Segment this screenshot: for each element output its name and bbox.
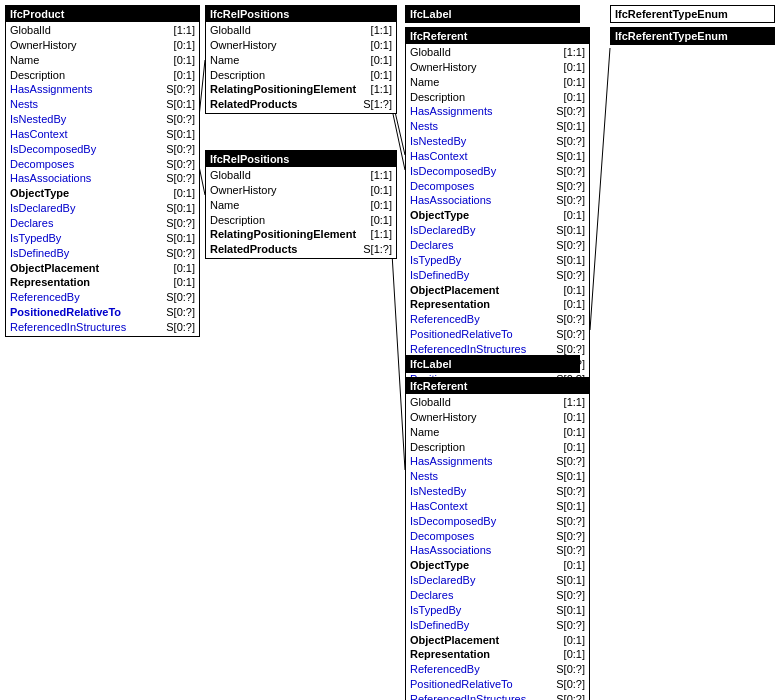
- row-referencedinstructures: ReferencedInStructuresS[0:?]: [10, 320, 195, 335]
- ifcrelpositions1-header: IfcRelPositions: [206, 6, 396, 22]
- row-ownerhistory: OwnerHistory[0:1]: [10, 38, 195, 53]
- svg-line-5: [590, 48, 610, 330]
- row-hasassociations: HasAssociationsS[0:?]: [10, 171, 195, 186]
- ifcreferent1-header: IfcReferent: [406, 28, 589, 44]
- row-objectplacement: ObjectPlacement[0:1]: [10, 261, 195, 276]
- row-representation: Representation[0:1]: [10, 275, 195, 290]
- row-globalid: GlobalId[1:1]: [10, 23, 195, 38]
- row-name: Name[0:1]: [10, 53, 195, 68]
- diagram-container: IfcProduct GlobalId[1:1] OwnerHistory[0:…: [0, 0, 784, 700]
- ifcproduct-header: IfcProduct: [6, 6, 199, 22]
- ifcreferent2-body: GlobalId[1:1] OwnerHistory[0:1] Name[0:1…: [406, 394, 589, 700]
- ifcreferent2-box: IfcReferent GlobalId[1:1] OwnerHistory[0…: [405, 377, 590, 700]
- rp1-ownerhistory: OwnerHistory[0:1]: [210, 38, 392, 53]
- ifclabel1-box: IfcLabel: [405, 5, 580, 23]
- ifcreferenttypeenum-box: IfcReferentTypeEnum: [610, 27, 775, 45]
- row-isdefinedby: IsDefinedByS[0:?]: [10, 246, 195, 261]
- rp1-relatingpos: RelatingPositioningElement[1:1]: [210, 82, 392, 97]
- ifcrelpositions1-body: GlobalId[1:1] OwnerHistory[0:1] Name[0:1…: [206, 22, 396, 113]
- row-referencedby: ReferencedByS[0:?]: [10, 290, 195, 305]
- row-objecttype: ObjectType[0:1]: [10, 186, 195, 201]
- row-istypedby: IsTypedByS[0:1]: [10, 231, 195, 246]
- row-isnestedby: IsNestedByS[0:?]: [10, 112, 195, 127]
- rp2-relatingpos: RelatingPositioningElement[1:1]: [210, 227, 392, 242]
- row-declares: DeclaresS[0:?]: [10, 216, 195, 231]
- ifcreferent1-box: IfcReferent GlobalId[1:1] OwnerHistory[0…: [405, 27, 590, 403]
- rp1-globalid: GlobalId[1:1]: [210, 23, 392, 38]
- ifcreferent2-header: IfcReferent: [406, 378, 589, 394]
- row-isdecomposedby: IsDecomposedByS[0:?]: [10, 142, 195, 157]
- row-hasassignments: HasAssignmentsS[0:?]: [10, 82, 195, 97]
- rp2-description: Description[0:1]: [210, 213, 392, 228]
- ifcreferenttypeenum-label: IfcReferentTypeEnum: [610, 5, 775, 23]
- ifcrelpositions2-body: GlobalId[1:1] OwnerHistory[0:1] Name[0:1…: [206, 167, 396, 258]
- rp1-name: Name[0:1]: [210, 53, 392, 68]
- rp2-relatedproducts: RelatedProductsS[1:?]: [210, 242, 392, 257]
- ifcrelpositions2-header: IfcRelPositions: [206, 151, 396, 167]
- rp2-globalid: GlobalId[1:1]: [210, 168, 392, 183]
- row-positionedrelativeto: PositionedRelativeToS[0:?]: [10, 305, 195, 320]
- rp1-description: Description[0:1]: [210, 68, 392, 83]
- ifcproduct-box: IfcProduct GlobalId[1:1] OwnerHistory[0:…: [5, 5, 200, 337]
- ifcreferent1-body: GlobalId[1:1] OwnerHistory[0:1] Name[0:1…: [406, 44, 589, 402]
- ifcrelpositions2-box: IfcRelPositions GlobalId[1:1] OwnerHisto…: [205, 150, 397, 259]
- rp2-name: Name[0:1]: [210, 198, 392, 213]
- row-hascontext: HasContextS[0:1]: [10, 127, 195, 142]
- ifcrelpositions1-box: IfcRelPositions GlobalId[1:1] OwnerHisto…: [205, 5, 397, 114]
- row-isdeclaredby: IsDeclaredByS[0:1]: [10, 201, 195, 216]
- ifcproduct-body: GlobalId[1:1] OwnerHistory[0:1] Name[0:1…: [6, 22, 199, 336]
- row-nests: NestsS[0:1]: [10, 97, 195, 112]
- row-decomposes: DecomposesS[0:?]: [10, 157, 195, 172]
- rp1-relatedproducts: RelatedProductsS[1:?]: [210, 97, 392, 112]
- ifclabel2-box: IfcLabel: [405, 355, 580, 373]
- rp2-ownerhistory: OwnerHistory[0:1]: [210, 183, 392, 198]
- row-description: Description[0:1]: [10, 68, 195, 83]
